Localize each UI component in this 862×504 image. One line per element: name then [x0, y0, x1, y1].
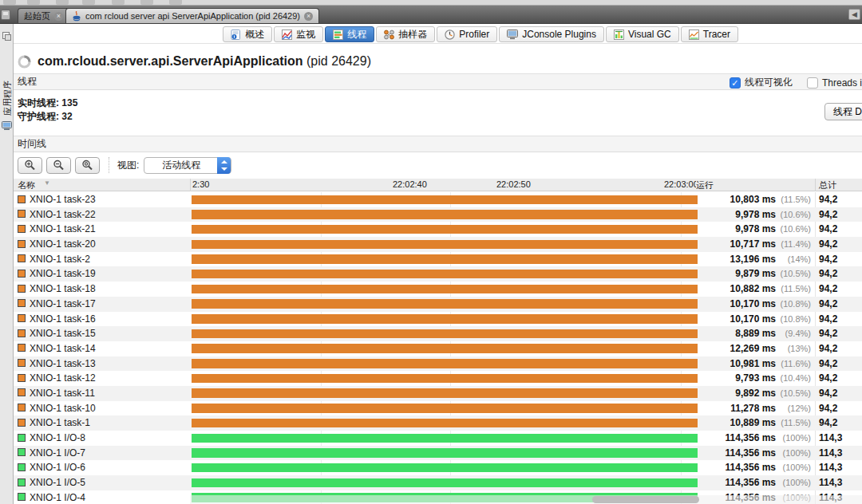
table-row[interactable]: XNIO-1 task-1710,170 ms(10.8%)94,2 — [14, 297, 862, 312]
view-tab-线程[interactable]: 线程 — [325, 26, 374, 42]
view-tab-jconsole-plugins[interactable]: JConsole Plugins — [499, 26, 604, 42]
dropdown-stepper-icon[interactable] — [217, 157, 231, 174]
sort-descending-icon[interactable]: ▼ — [44, 179, 50, 187]
running-percent: (11.5%) — [781, 418, 811, 427]
table-row[interactable]: XNIO-1 task-119,892 ms(10.5%)94,2 — [14, 386, 862, 401]
table-row[interactable]: XNIO-1 task-1412,269 ms(13%)94,2 — [14, 341, 862, 356]
checkbox-unchecked-icon[interactable] — [807, 77, 818, 89]
application-spinner-icon — [18, 55, 31, 69]
table-row[interactable]: XNIO-1 task-1610,170 ms(10.8%)94,2 — [14, 312, 862, 327]
view-tab-visual-gc[interactable]: Visual GC — [606, 26, 679, 42]
table-row[interactable]: XNIO-1 task-1011,278 ms(12%)94,2 — [14, 401, 862, 416]
tab-start-page-label: 起始页 — [24, 10, 50, 22]
thread-timeline-bar — [192, 210, 698, 219]
column-header-total[interactable]: 总计 — [819, 179, 836, 191]
thread-name: XNIO-1 task-14 — [30, 343, 96, 354]
view-dropdown[interactable]: 活动线程 — [144, 157, 231, 174]
view-tab-tracer[interactable]: Tracer — [681, 26, 738, 42]
table-row[interactable]: XNIO-1 task-110,889 ms(11.5%)94,2 — [14, 415, 862, 431]
thread-visualization-checkbox[interactable]: ✓ 线程可视化 — [730, 76, 793, 89]
running-percent: (11.5%) — [781, 284, 811, 293]
tab-scroll-left-icon[interactable]: ◀ — [848, 9, 860, 20]
profiler-icon — [445, 30, 455, 40]
view-tab-label: Profiler — [459, 29, 489, 40]
zoom-out-button[interactable] — [46, 157, 71, 174]
tab-start-page[interactable]: 起始页 × — [18, 8, 69, 23]
thread-state-icon — [18, 374, 26, 382]
view-tab-profiler[interactable]: Profiler — [437, 26, 497, 42]
thread-name: XNIO-1 task-12 — [30, 372, 96, 384]
thread-state-icon — [18, 404, 26, 411]
horizontal-scrollbar[interactable] — [190, 495, 862, 504]
tab-application[interactable]: com rcloud server api ServerApiApplicati… — [65, 8, 319, 23]
running-percent: (11.5%) — [781, 195, 811, 204]
restore-group-icon[interactable] — [2, 32, 10, 39]
table-row[interactable]: XNIO-1 task-158,889 ms(9.4%)94,2 — [14, 326, 862, 341]
running-time: 13,196 ms — [730, 254, 776, 265]
total-time: 94,2 — [819, 403, 837, 414]
sidebar-item-applications[interactable]: 应用程序 — [2, 81, 14, 116]
total-time: 94,2 — [819, 358, 837, 369]
total-time: 114,3 — [819, 432, 842, 443]
table-row[interactable]: XNIO-1 task-219,978 ms(10.6%)94,2 — [14, 222, 862, 237]
thread-name: XNIO-1 task-17 — [30, 298, 96, 309]
running-time: 114,356 ms — [726, 477, 776, 488]
toolbar-icon-stub — [27, 0, 40, 5]
java-icon — [72, 11, 81, 22]
running-percent: (11.6%) — [781, 359, 811, 368]
table-row[interactable]: XNIO-1 I/O-6114,356 ms(100%)114,3 — [14, 460, 862, 475]
toolbar-icon-stub — [56, 0, 69, 5]
running-time: 9,793 ms — [735, 372, 776, 384]
table-row[interactable]: XNIO-1 task-213,196 ms(14%)94,2 — [14, 252, 862, 267]
table-row[interactable]: XNIO-1 I/O-8114,356 ms(100%)114,3 — [14, 431, 862, 446]
total-time: 94,2 — [819, 194, 837, 205]
running-percent: (10.8%) — [780, 314, 811, 324]
thread-state-icon — [18, 434, 26, 442]
table-row[interactable]: XNIO-1 task-199,879 ms(10.5%)94,2 — [14, 266, 862, 282]
thread-state-icon — [18, 463, 26, 471]
table-row[interactable]: XNIO-1 task-129,793 ms(10.4%)94,2 — [14, 371, 862, 386]
time-tick-label: 22:03:00 — [664, 179, 696, 189]
threads-inside-checkbox[interactable]: Threads i — [807, 77, 862, 89]
running-time: 10,717 ms — [730, 238, 776, 250]
table-row[interactable]: XNIO-1 task-1810,882 ms(11.5%)94,2 — [14, 282, 862, 297]
thread-state-icon — [18, 448, 26, 456]
window-icon[interactable] — [1, 10, 10, 20]
table-row[interactable]: XNIO-1 task-1310,981 ms(11.6%)94,2 — [14, 356, 862, 372]
total-time: 94,2 — [819, 268, 837, 279]
table-row[interactable]: XNIO-1 task-2010,717 ms(11.4%)94,2 — [14, 237, 862, 252]
thread-state-icon — [18, 359, 26, 367]
computer-icon[interactable] — [2, 121, 12, 130]
view-tab-概述[interactable]: 概述 — [223, 26, 272, 42]
zoom-fit-button[interactable] — [75, 157, 100, 174]
column-header-name[interactable]: 名称 — [18, 179, 35, 191]
table-row[interactable]: XNIO-1 task-2310,803 ms(11.5%)94,2 — [14, 192, 862, 207]
total-time: 94,2 — [819, 388, 837, 399]
view-label: 视图: — [117, 159, 139, 172]
threads-caption-label: 线程 — [18, 75, 37, 89]
jconsole-icon — [507, 30, 518, 40]
checkbox-checked-icon[interactable]: ✓ — [730, 77, 741, 89]
application-name: com.rcloud.server.api.ServerApiApplicati… — [38, 54, 303, 68]
zoom-in-button[interactable] — [18, 157, 42, 174]
close-icon[interactable]: × — [54, 12, 63, 21]
threads-section-caption: 线程 ✓ 线程可视化 Threads i — [14, 73, 862, 90]
running-time: 10,882 ms — [730, 283, 776, 294]
close-icon[interactable]: × — [304, 12, 313, 21]
timeline-section-caption: 时间线 — [14, 136, 862, 152]
thread-timeline-bar — [192, 195, 698, 205]
thread-state-icon — [18, 419, 26, 427]
table-row[interactable]: XNIO-1 task-229,978 ms(10.6%)94,2 — [14, 207, 862, 222]
table-row[interactable]: XNIO-1 I/O-5114,356 ms(100%)114,3 — [14, 475, 862, 490]
view-tab-抽样器[interactable]: 抽样器 — [376, 26, 435, 42]
table-header: 名称 ▼ 2:30 22:02:40 22:02:50 22:03:00 运行 … — [14, 179, 862, 191]
thread-name: XNIO-1 task-1 — [30, 417, 90, 428]
scrollbar-thumb[interactable] — [592, 496, 699, 503]
table-row[interactable]: XNIO-1 I/O-7114,356 ms(100%)114,3 — [14, 446, 862, 461]
running-percent: (14%) — [788, 254, 811, 264]
view-tab-监视[interactable]: 监视 — [274, 26, 323, 42]
running-time: 9,892 ms — [735, 388, 776, 399]
thread-dump-button[interactable]: 线程 D — [824, 103, 862, 120]
column-header-running[interactable]: 运行 — [696, 179, 714, 191]
thread-timeline-bar — [192, 388, 698, 398]
